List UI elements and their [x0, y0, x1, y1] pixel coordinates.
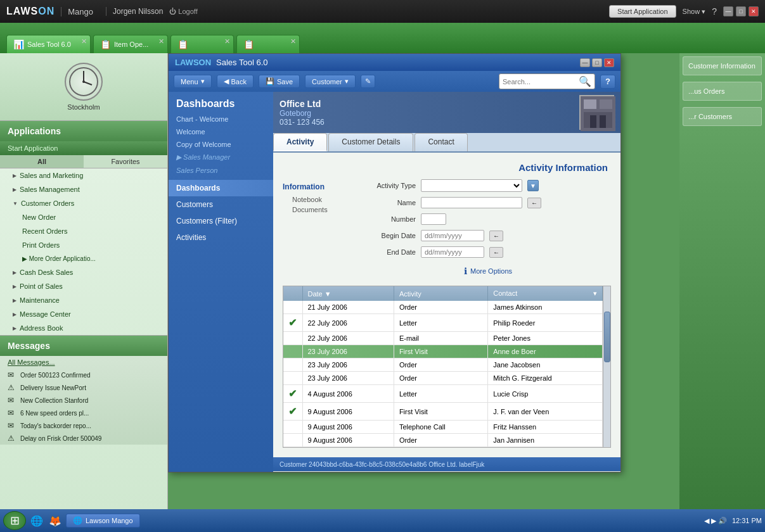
nav-cash-desk-sales[interactable]: Cash Desk Sales [0, 265, 167, 279]
begin-date-input[interactable] [421, 230, 484, 241]
sales-maximize[interactable]: □ [592, 58, 602, 67]
nav-point-of-sales[interactable]: Point of Sales [0, 279, 167, 293]
logoff-button[interactable]: ⏻ Logoff [169, 8, 197, 15]
right-panel-customers[interactable]: ...r Customers [683, 107, 762, 126]
message-2[interactable]: ⚠ Delivery Issue NewPort [0, 381, 167, 394]
table-row[interactable]: 9 August 2006 Telephone Call Fritz Hanss… [283, 421, 603, 434]
tab-close-2[interactable]: ✕ [158, 37, 164, 46]
nav-maintenance[interactable]: Maintenance [0, 293, 167, 307]
tab-activity[interactable]: Activity [273, 133, 327, 151]
table-row[interactable]: 21 July 2006 Order James Atkinson [283, 301, 603, 314]
nav-dashboards-btn[interactable]: Dashboards [169, 180, 273, 196]
nav-sales-management[interactable]: Sales Management [0, 182, 167, 196]
table-row[interactable]: ✔ 9 August 2006 First Visit J. F. van de… [283, 403, 603, 421]
table-scrollbar[interactable] [603, 286, 610, 447]
nav-new-order[interactable]: New Order [0, 210, 167, 224]
end-date-input[interactable] [421, 246, 484, 258]
nav-copy-welcome[interactable]: Copy of Welcome [169, 138, 273, 151]
start-button[interactable]: ⊞ [3, 511, 26, 530]
activity-type-dropdown[interactable]: ▼ [527, 180, 539, 191]
number-input[interactable] [421, 213, 446, 225]
nav-sales-person[interactable]: Sales Person [169, 164, 273, 177]
ie-icon[interactable]: 🌐 [29, 513, 44, 528]
main-content: LAWSON Sales Tool 6.0 — □ ✕ Menu ▾ ◀ Bac… [168, 53, 765, 509]
tab-close-1[interactable]: ✕ [81, 37, 87, 46]
nav-customer-orders[interactable]: Customer Orders [0, 196, 167, 210]
save-button[interactable]: 💾 Save [259, 75, 300, 88]
nav-recent-orders[interactable]: Recent Orders [0, 224, 167, 238]
scroll-thumb[interactable] [604, 312, 610, 362]
tab-3[interactable]: 📋 ✕ [170, 35, 234, 53]
back-button[interactable]: ◀ Back [217, 75, 254, 88]
nav-message-center[interactable]: Message Center [0, 307, 167, 321]
maximize-button[interactable]: □ [736, 6, 746, 16]
begin-date-arrow[interactable]: ← [489, 231, 503, 241]
col-header-activity[interactable]: Activity [394, 286, 487, 301]
help-button[interactable]: ? [600, 75, 615, 89]
message-6[interactable]: ⚠ Delay on Frisk Order 500049 [0, 432, 167, 445]
search-icon[interactable]: 🔍 [579, 75, 591, 87]
end-date-arrow[interactable]: ← [489, 247, 503, 258]
nav-chart-welcome[interactable]: Chart - Welcome [169, 113, 273, 125]
table-row[interactable]: ✔ 22 July 2006 Letter Philip Roeder [283, 314, 603, 332]
nav-customers-btn[interactable]: Customers [169, 196, 273, 213]
col-header-contact[interactable]: Contact ▾ [488, 286, 603, 301]
sales-minimize[interactable]: — [580, 58, 590, 67]
show-button[interactable]: Show ▾ [683, 8, 706, 16]
nav-customers-filter-btn[interactable]: Customers (Filter) [169, 213, 273, 229]
menu-button[interactable]: Menu ▾ [174, 75, 212, 88]
message-1[interactable]: ✉ Order 500123 Confirmed [0, 369, 167, 381]
message-3[interactable]: ✉ New Collection Stanford [0, 394, 167, 407]
close-button[interactable]: ✕ [749, 6, 759, 16]
sales-close[interactable]: ✕ [604, 58, 614, 67]
table-row[interactable]: 23 July 2006 Order Mitch G. Fitzgerald [283, 372, 603, 385]
nav-welcome[interactable]: Welcome [169, 125, 273, 138]
table-row-highlighted[interactable]: 23 July 2006 First Visit Anne de Boer [283, 345, 603, 358]
table-row[interactable]: ✔ 4 August 2006 Letter Lucie Crisp [283, 385, 603, 403]
nav-sales-marketing[interactable]: Sales and Marketing [0, 168, 167, 182]
name-arrow-btn[interactable]: ← [527, 198, 541, 208]
tab-favorites[interactable]: Favorites [84, 155, 167, 168]
nav-activities-btn[interactable]: Activities [169, 229, 273, 246]
notebook-link[interactable]: Notebook [283, 194, 352, 205]
col-header-date[interactable]: Date ▼ [302, 286, 394, 301]
tab-sales-tool[interactable]: 📊 Sales Tool 6.0 ✕ [6, 35, 91, 53]
search-input[interactable] [503, 78, 579, 86]
user-info: Jorgen Nilsson [106, 7, 163, 16]
customer-button[interactable]: Customer ▾ [305, 75, 356, 88]
nav-items: Sales and Marketing Sales Management Cus… [0, 168, 167, 335]
all-messages-link[interactable]: All Messages... [0, 356, 167, 369]
help-button-top[interactable]: ? [712, 6, 717, 16]
applications-section: Applications Start Application All Favor… [0, 121, 167, 335]
tab-customer-details[interactable]: Customer Details [328, 133, 413, 151]
table-row[interactable]: 22 July 2006 E-mail Peter Jones [283, 332, 603, 345]
tab-close-3[interactable]: ✕ [224, 37, 230, 46]
table-row[interactable]: 23 July 2006 Order Jane Jacobsen [283, 358, 603, 372]
tab-all[interactable]: All [0, 155, 84, 168]
start-application-label[interactable]: Start Application [0, 141, 167, 155]
dashboards-title: Dashboards [169, 92, 273, 113]
start-application-button[interactable]: Start Application [609, 5, 676, 18]
nav-address-book[interactable]: Address Book [0, 321, 167, 335]
nav-print-orders[interactable]: Print Orders [0, 238, 167, 252]
tab-close-4[interactable]: ✕ [290, 37, 296, 46]
firefox-icon[interactable]: 🦊 [48, 513, 63, 528]
tab-item-open[interactable]: 📋 Item Ope... ✕ [93, 35, 168, 53]
lawson-mango-taskbar[interactable]: 🌐 Lawson Mango [66, 514, 140, 528]
applications-header[interactable]: Applications [0, 121, 167, 141]
documents-link[interactable]: Documents [283, 205, 352, 215]
tab-contact[interactable]: Contact [415, 133, 467, 151]
minimize-button[interactable]: — [723, 6, 733, 16]
name-input[interactable] [421, 197, 522, 208]
activity-type-select[interactable] [421, 179, 522, 192]
right-panel-customer-info[interactable]: Customer Information [683, 56, 762, 75]
nav-more-order[interactable]: ▶ More Order Applicatio... [0, 252, 167, 265]
more-options-btn[interactable]: ℹ More Options [365, 263, 611, 279]
message-5[interactable]: ✉ Today's backorder repo... [0, 419, 167, 432]
pencil-button[interactable]: ✎ [361, 75, 375, 88]
message-4[interactable]: ✉ 6 New speed orders pl... [0, 407, 167, 419]
right-panel-orders[interactable]: ...us Orders [683, 82, 762, 101]
tab-4[interactable]: 📋 ✕ [236, 35, 300, 53]
table-row[interactable]: 9 August 2006 Order Jan Jannisen [283, 434, 603, 447]
nav-sales-manager[interactable]: ▶ Sales Manager [169, 151, 273, 164]
